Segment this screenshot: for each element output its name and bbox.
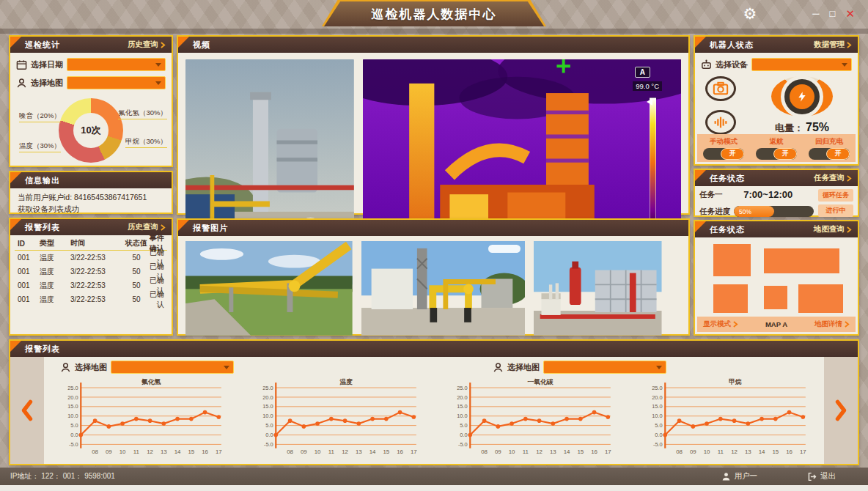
svg-text:5.0: 5.0 <box>655 422 662 429</box>
svg-text:-5.0: -5.0 <box>458 441 468 448</box>
table-row[interactable]: 001温度3/22-22:5350已确认 <box>15 251 167 265</box>
svg-text:5.0: 5.0 <box>460 422 467 429</box>
svg-text:11: 11 <box>717 448 723 455</box>
svg-text:25.0: 25.0 <box>262 385 273 391</box>
task-time: 7:00~12:00 <box>723 189 814 200</box>
task-status-panel: 任务状态 任务查询 任务一 7:00~12:00 任务进度 50% <box>694 169 859 217</box>
manual-mode-toggle[interactable]: 开 <box>703 148 744 160</box>
calendar-icon <box>16 59 27 70</box>
display-mode-link[interactable]: 显示模式 <box>703 320 738 329</box>
table-cell: 3/22-22:53 <box>70 267 123 276</box>
device-select[interactable] <box>751 58 852 71</box>
table-row[interactable]: 001温度3/22-22:5350已确认 <box>15 278 167 292</box>
audio-waveform-icon <box>713 114 729 130</box>
svg-text:0.0: 0.0 <box>70 432 78 438</box>
minimize-button[interactable]: ─ <box>812 9 819 18</box>
svg-text:08: 08 <box>676 448 683 455</box>
history-query-link[interactable]: 历史查询 <box>128 40 166 50</box>
user-account-line: 当前用户账户id: 84165453867417651 <box>18 191 164 203</box>
alarm-images-panel: 报警图片 <box>177 218 690 336</box>
map-canvas[interactable] <box>697 237 856 316</box>
logout-icon <box>807 472 817 481</box>
table-cell: 3/22-22:53 <box>70 295 123 303</box>
map-select[interactable] <box>67 76 166 89</box>
carousel-right-arrow[interactable] <box>834 399 847 421</box>
task-query-link[interactable]: 任务查询 <box>814 173 852 183</box>
table-cell: 001 <box>15 281 40 289</box>
chevron-right-icon <box>161 224 166 231</box>
svg-text:20.0: 20.0 <box>652 394 663 401</box>
svg-text:温度: 温度 <box>339 378 353 385</box>
svg-text:15.0: 15.0 <box>67 403 78 410</box>
chart-map-select-2[interactable] <box>543 361 666 374</box>
close-button[interactable]: ✕ <box>845 8 855 19</box>
audio-button[interactable] <box>705 110 736 135</box>
toggle-label: 手动模式 <box>710 137 738 147</box>
thermal-mode-badge: A <box>635 67 650 78</box>
dashboard-root: 巡检机器人数据中心 ⚙ ─ □ ✕ 巡检统计 历史查询 选择日期 <box>0 0 868 491</box>
maximize-button[interactable]: □ <box>830 9 836 18</box>
svg-text:11: 11 <box>328 448 334 455</box>
return-charge-toggle[interactable]: 开 <box>809 148 850 160</box>
svg-text:10: 10 <box>703 448 710 455</box>
svg-text:16: 16 <box>397 448 403 455</box>
map-block <box>798 284 842 313</box>
chevron-down-icon <box>155 81 161 85</box>
svg-text:11: 11 <box>133 448 139 455</box>
svg-text:-5.0: -5.0 <box>263 441 273 448</box>
return-home-toggle[interactable]: 开 <box>756 148 797 160</box>
task-progress-bar: 50% <box>734 206 814 217</box>
svg-text:10: 10 <box>314 448 320 455</box>
svg-text:14: 14 <box>564 448 570 455</box>
settings-gear-icon[interactable]: ⚙ <box>743 6 757 21</box>
battery-value: 75% <box>806 121 829 133</box>
map-detail-link[interactable]: 地图详情 <box>814 320 850 329</box>
panel-title: 报警列表 <box>25 222 60 233</box>
donut-chart-area: 10次 噪音（20%） 氟化氢（30%） 甲烷（30%） 温度（30%） <box>10 95 172 166</box>
line-chart: 一氧化碳25.020.015.010.05.00.0-5.00809101112… <box>438 377 625 462</box>
date-select[interactable] <box>67 58 166 71</box>
chevron-right-icon <box>161 42 166 48</box>
map-block <box>764 286 787 309</box>
status-message-line: 获取设备列表成功 <box>18 203 164 215</box>
table-cell: 温度 <box>40 281 70 291</box>
svg-text:10: 10 <box>509 448 515 455</box>
alarm-table-body: 001温度3/22-22:5350已确认001温度3/22-22:5350已确认… <box>15 251 167 306</box>
alarm-list-panel: 报警列表 历史查询 ID 类型 时间 状态值 事件确认 001温度3/22-22… <box>9 218 173 336</box>
svg-text:-5.0: -5.0 <box>69 441 78 448</box>
svg-text:25.0: 25.0 <box>652 385 663 391</box>
svg-text:15: 15 <box>188 448 194 455</box>
task-name: 任务一 <box>699 190 723 200</box>
svg-text:17: 17 <box>410 448 416 455</box>
svg-text:15.0: 15.0 <box>652 403 663 410</box>
chart-map-select-1[interactable] <box>111 361 234 374</box>
map-query-link[interactable]: 地图查询 <box>814 224 852 235</box>
line-chart: 氟化氢25.020.015.010.05.00.0-5.008091011121… <box>48 377 236 462</box>
logout-button[interactable]: 退出 <box>807 471 836 481</box>
current-user[interactable]: 用户一 <box>721 471 758 481</box>
history-query-link[interactable]: 历史查询 <box>128 222 166 232</box>
svg-text:10.0: 10.0 <box>262 413 273 419</box>
svg-text:25.0: 25.0 <box>67 385 78 391</box>
panel-title: 报警列表 <box>25 344 60 355</box>
watermark-badge <box>488 245 521 253</box>
svg-text:16: 16 <box>591 448 597 455</box>
chevron-down-icon <box>656 366 662 369</box>
alarm-image-station[interactable] <box>361 241 526 336</box>
table-row[interactable]: 001温度3/22-22:5350已确认 <box>15 292 167 306</box>
data-management-link[interactable]: 数据管理 <box>814 40 852 50</box>
alarm-image-tanks[interactable] <box>534 241 662 336</box>
app-title-banner: 巡检机器人数据中心 <box>322 0 546 26</box>
camera-button[interactable] <box>705 76 736 101</box>
table-row[interactable]: 001温度3/22-22:5350已确认 <box>15 265 167 278</box>
svg-text:17: 17 <box>216 448 222 455</box>
svg-text:12: 12 <box>731 448 738 455</box>
battery-bolt-icon <box>790 84 814 109</box>
carousel-left-arrow[interactable] <box>21 399 34 421</box>
svg-text:12: 12 <box>147 448 153 455</box>
map-status-panel: 任务状态 地图查询 显示模式 MAP A 地图详情 <box>694 220 859 336</box>
donut-label: 噪音（20%） <box>19 111 61 122</box>
progress-label: 任务进度 <box>699 207 730 217</box>
svg-text:09: 09 <box>106 448 112 455</box>
alarm-image-pipeline[interactable] <box>185 241 353 336</box>
